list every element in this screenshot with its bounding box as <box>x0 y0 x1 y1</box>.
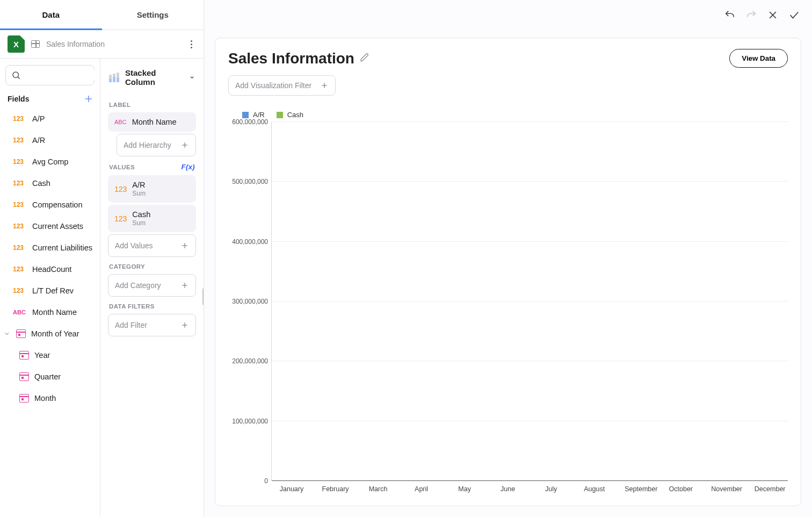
add-viz-filter-button[interactable]: Add Visualization Filter <box>228 75 336 96</box>
value-pill-agg: Sum <box>132 190 190 197</box>
field-item-current-liabilities[interactable]: 123Current Liabilities <box>0 237 100 258</box>
value-pill-a-r[interactable]: 123A/RSum <box>108 175 196 203</box>
number-type-icon: 123 <box>13 158 27 166</box>
chart-bars <box>272 122 788 481</box>
chart-legend: A/R Cash <box>242 111 788 119</box>
add-category-label: Add Category <box>115 281 161 290</box>
search-icon <box>11 70 21 80</box>
viz-card: Sales Information View Data Add Visualiz… <box>215 38 801 506</box>
section-label-label: LABEL <box>109 102 195 108</box>
gridline <box>272 121 788 122</box>
number-type-icon: 123 <box>13 244 27 252</box>
fields-search-input[interactable] <box>25 70 100 80</box>
label-pill-month-name[interactable]: ABC Month Name <box>108 112 196 132</box>
viz-card-header: Sales Information View Data <box>228 49 788 68</box>
field-item-avg-comp[interactable]: 123Avg Comp <box>0 151 100 173</box>
add-category-drop[interactable]: Add Category <box>108 274 196 297</box>
tab-data-label: Data <box>42 10 60 19</box>
add-values-drop[interactable]: Add Values <box>108 234 196 257</box>
legend-label-cash: Cash <box>287 111 303 119</box>
field-label: Quarter <box>34 372 61 381</box>
confirm-button[interactable] <box>787 8 801 22</box>
add-values-label: Add Values <box>115 241 153 250</box>
yaxis-tick: 400,000,000 <box>232 238 268 246</box>
fx-button[interactable]: F(x) <box>182 163 195 171</box>
gridline <box>272 361 788 361</box>
field-label: Month <box>34 394 56 403</box>
field-label: Year <box>34 351 50 360</box>
section-category-label: CATEGORY <box>109 263 195 270</box>
close-button[interactable] <box>766 8 780 22</box>
xaxis-label: December <box>755 485 780 493</box>
chart-type-selector[interactable]: Stacked Column <box>108 66 196 95</box>
check-icon <box>788 9 800 21</box>
table-icon <box>31 40 40 48</box>
legend-item-cash[interactable]: Cash <box>277 111 303 119</box>
field-item-compensation[interactable]: 123Compensation <box>0 194 100 216</box>
calendar-icon <box>19 351 29 360</box>
view-data-button[interactable]: View Data <box>729 49 788 68</box>
plus-icon <box>180 241 189 250</box>
tab-settings[interactable]: Settings <box>102 0 204 30</box>
yaxis-tick: 600,000,000 <box>232 118 268 126</box>
value-pill-agg: Sum <box>132 219 190 227</box>
legend-label-ar: A/R <box>253 111 265 119</box>
abc-type-icon: ABC <box>114 119 127 125</box>
tab-data[interactable]: Data <box>0 0 102 30</box>
fields-search[interactable] <box>5 65 95 85</box>
stacked-column-icon <box>109 73 120 82</box>
edit-title-button[interactable] <box>360 53 369 64</box>
number-type-icon: 123 <box>13 201 27 209</box>
field-item-month-name[interactable]: ABCMonth Name <box>0 301 100 323</box>
xaxis-label: July <box>538 485 564 493</box>
axis-baseline <box>272 480 788 481</box>
field-item-child-month[interactable]: Month <box>0 387 100 409</box>
data-source-menu-button[interactable] <box>186 37 196 52</box>
field-item-l-t-def-rev[interactable]: 123L/T Def Rev <box>0 280 100 301</box>
field-label: Compensation <box>32 200 83 209</box>
undo-button[interactable] <box>723 8 737 22</box>
plus-icon <box>180 141 189 149</box>
add-hierarchy-label: Add Hierarchy <box>124 141 171 149</box>
gridline <box>272 181 788 182</box>
calendar-icon <box>16 329 26 338</box>
field-item-headcount[interactable]: 123HeadCount <box>0 258 100 280</box>
legend-item-ar[interactable]: A/R <box>242 111 265 119</box>
field-label: Cash <box>32 179 50 188</box>
chevron-down-icon <box>189 74 195 81</box>
value-pill-name: Cash <box>132 210 190 219</box>
field-item-child-quarter[interactable]: Quarter <box>0 366 100 387</box>
gridline <box>272 421 788 421</box>
field-item-a-r[interactable]: 123A/R <box>0 130 100 151</box>
chart-plot-area <box>271 122 788 481</box>
field-item-child-year[interactable]: Year <box>0 344 100 366</box>
number-type-icon: 123 <box>13 287 27 295</box>
fields-panel: Fields 123A/P123A/R123Avg Comp123Cash123… <box>0 59 100 517</box>
field-item-a-p[interactable]: 123A/P <box>0 108 100 130</box>
plus-icon <box>180 321 189 329</box>
add-field-button[interactable] <box>83 93 95 105</box>
chart-xaxis: JanuaryFebruaryMarchAprilMayJuneJulyAugu… <box>271 481 788 493</box>
field-item-cash[interactable]: 123Cash <box>0 173 100 194</box>
left-tabs: Data Settings <box>0 0 204 30</box>
legend-swatch-cash <box>277 112 283 118</box>
xaxis-label: September <box>625 485 650 493</box>
fields-header-label: Fields <box>8 95 29 103</box>
abc-type-icon: ABC <box>13 309 27 315</box>
left-panel: Data Settings X Sales Information <box>0 0 204 517</box>
chart-yaxis: 0100,000,000200,000,000300,000,000400,00… <box>228 122 271 481</box>
add-filter-drop[interactable]: Add Filter <box>108 314 196 336</box>
value-pill-name: A/R <box>132 181 190 189</box>
field-item-current-assets[interactable]: 123Current Assets <box>0 216 100 237</box>
value-pill-cash[interactable]: 123CashSum <box>108 205 196 232</box>
fields-header: Fields <box>0 90 100 108</box>
redo-icon <box>745 9 757 21</box>
tab-settings-label: Settings <box>137 10 169 19</box>
redo-button[interactable] <box>744 8 758 22</box>
data-source-row: X Sales Information <box>0 30 204 59</box>
undo-icon <box>724 9 736 21</box>
add-hierarchy-drop[interactable]: Add Hierarchy <box>117 134 196 156</box>
svg-point-0 <box>13 72 19 78</box>
field-item-month-of-year[interactable]: Month of Year <box>0 323 100 344</box>
xaxis-label: May <box>452 485 477 493</box>
